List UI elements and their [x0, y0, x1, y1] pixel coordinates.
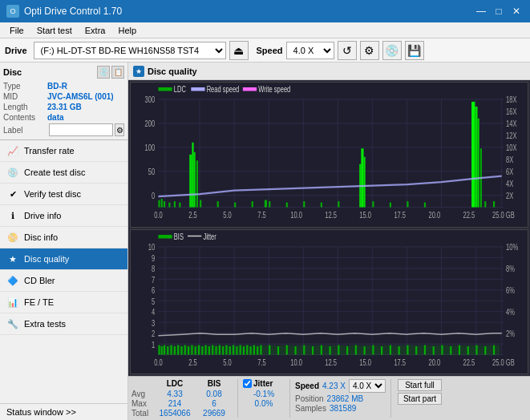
svg-rect-50 — [493, 201, 495, 207]
svg-rect-118 — [198, 345, 200, 354]
svg-text:10%: 10% — [506, 243, 518, 252]
bis-col-header: BIS — [196, 379, 233, 388]
jitter-checkbox[interactable] — [243, 379, 252, 388]
svg-rect-32 — [265, 200, 267, 208]
svg-rect-160 — [467, 346, 469, 354]
titlebar-controls[interactable]: — □ ✕ — [474, 4, 524, 18]
disc-icon-btn[interactable]: 💿 — [382, 41, 402, 60]
svg-rect-18 — [158, 200, 160, 208]
svg-rect-124 — [219, 345, 220, 354]
svg-rect-29 — [217, 201, 219, 207]
avg-label: Avg — [131, 390, 154, 398]
svg-rect-127 — [229, 346, 231, 354]
sidebar-item-fe-te[interactable]: 📊 FE / TE — [0, 292, 127, 313]
svg-rect-110 — [171, 345, 172, 354]
svg-rect-134 — [253, 345, 255, 354]
avg-speed: 4.23 X — [322, 382, 346, 390]
sidebar-item-transfer-rate[interactable]: 📈 Transfer rate — [0, 140, 127, 162]
settings-button[interactable]: ⚙ — [360, 41, 379, 60]
svg-rect-139 — [286, 345, 288, 354]
svg-rect-155 — [424, 345, 426, 354]
svg-rect-112 — [177, 345, 179, 354]
disc-label-input[interactable] — [49, 123, 113, 136]
disc-icon-1[interactable]: 💿 — [97, 66, 110, 79]
svg-rect-24 — [189, 155, 192, 208]
minimize-button[interactable]: — — [474, 4, 488, 18]
svg-rect-137 — [269, 345, 270, 354]
svg-text:2.5: 2.5 — [188, 211, 196, 220]
svg-text:200: 200 — [145, 119, 156, 128]
sidebar-item-extra-tests[interactable]: 🔧 Extra tests — [0, 313, 127, 335]
disc-label-btn[interactable]: ⚙ — [115, 123, 124, 136]
svg-rect-156 — [433, 346, 435, 354]
ldc-col-header: LDC — [154, 379, 196, 388]
speed-dropdown[interactable]: 4.0 X — [349, 379, 386, 393]
menu-file[interactable]: File — [3, 24, 30, 37]
drive-toolbar: Drive (F:) HL-DT-ST BD-RE WH16NS58 TST4 … — [0, 38, 530, 63]
svg-rect-120 — [205, 345, 207, 354]
svg-rect-143 — [321, 345, 322, 354]
close-button[interactable]: ✕ — [509, 4, 524, 18]
titlebar: O Opti Drive Control 1.70 — □ ✕ — [0, 0, 530, 22]
svg-text:4%: 4% — [506, 308, 515, 317]
start-full-button[interactable]: Start full — [398, 379, 442, 391]
speed-pos-stats: Speed 4.23 X 4.0 X Position 23862 MB Sam… — [295, 379, 386, 413]
svg-text:4X: 4X — [506, 180, 513, 188]
sidebar-item-disc-info[interactable]: 📀 Disc info — [0, 227, 127, 248]
svg-rect-26 — [194, 152, 196, 208]
disc-icon-2[interactable]: 📋 — [111, 66, 124, 79]
sidebar-item-cd-bler[interactable]: 🔷 CD Bler — [0, 270, 127, 292]
svg-rect-161 — [475, 345, 477, 354]
menu-help[interactable]: Help — [111, 24, 143, 37]
disc-mid-row: MID JVC-AMS6L (001) — [3, 92, 124, 101]
svg-text:LDC: LDC — [174, 85, 186, 94]
content-area: ★ Disc quality — [128, 63, 530, 420]
main-container: Disc 💿 📋 Type BD-R MID JVC-AMS6L (001) L… — [0, 63, 530, 420]
svg-rect-28 — [200, 200, 201, 208]
svg-rect-80 — [243, 87, 257, 91]
refresh-button[interactable]: ↺ — [338, 41, 357, 60]
svg-rect-132 — [246, 345, 248, 354]
svg-rect-133 — [250, 346, 252, 354]
svg-rect-49 — [484, 201, 486, 207]
sidebar-item-create-test-disc[interactable]: 💿 Create test disc — [0, 162, 127, 184]
svg-text:100: 100 — [145, 143, 156, 152]
svg-rect-190 — [158, 234, 172, 237]
svg-rect-138 — [277, 346, 279, 354]
svg-text:17.5: 17.5 — [394, 211, 406, 220]
disc-contents-value: data — [47, 113, 64, 122]
nav-items: 📈 Transfer rate 💿 Create test disc ✔ Ver… — [0, 140, 127, 403]
divider-3 — [390, 379, 391, 418]
drive-select[interactable]: (F:) HL-DT-ST BD-RE WH16NS58 TST4 — [34, 42, 226, 59]
svg-rect-130 — [240, 345, 241, 354]
divider-1 — [237, 379, 238, 418]
start-part-button[interactable]: Start part — [398, 393, 442, 405]
svg-rect-158 — [450, 346, 451, 354]
ldc-bis-stats: LDC BIS Avg 4.33 0.08 Max 214 6 Total 16… — [131, 379, 233, 418]
disc-label-row: Label ⚙ — [3, 123, 124, 136]
svg-text:0.0: 0.0 — [154, 357, 162, 366]
sidebar-item-disc-quality[interactable]: ★ Disc quality — [0, 248, 127, 270]
speed-col-label: Speed — [295, 382, 319, 390]
svg-rect-37 — [338, 201, 339, 207]
svg-text:15.0: 15.0 — [359, 211, 371, 220]
save-button[interactable]: 💾 — [405, 41, 424, 60]
total-bis: 29669 — [196, 409, 233, 418]
menu-extra[interactable]: Extra — [79, 24, 112, 37]
maximize-button[interactable]: □ — [492, 4, 506, 18]
sidebar-item-drive-info[interactable]: ℹ Drive info — [0, 205, 127, 227]
speed-select[interactable]: 4.0 X — [286, 42, 334, 59]
status-window-btn[interactable]: Status window >> — [0, 403, 127, 420]
svg-rect-106 — [158, 345, 160, 354]
samples-value: 381589 — [330, 404, 356, 413]
svg-rect-142 — [312, 346, 314, 354]
jitter-col-header: Jitter — [253, 379, 273, 388]
sidebar-item-label: Drive info — [24, 211, 61, 220]
svg-rect-35 — [303, 201, 305, 207]
sidebar-item-verify-test-disc[interactable]: ✔ Verify test disc — [0, 184, 127, 205]
svg-text:20.0: 20.0 — [428, 357, 440, 366]
svg-rect-119 — [201, 346, 203, 354]
eject-button[interactable]: ⏏ — [229, 41, 249, 60]
menu-start-test[interactable]: Start test — [30, 24, 79, 37]
svg-text:Read speed: Read speed — [207, 85, 240, 94]
